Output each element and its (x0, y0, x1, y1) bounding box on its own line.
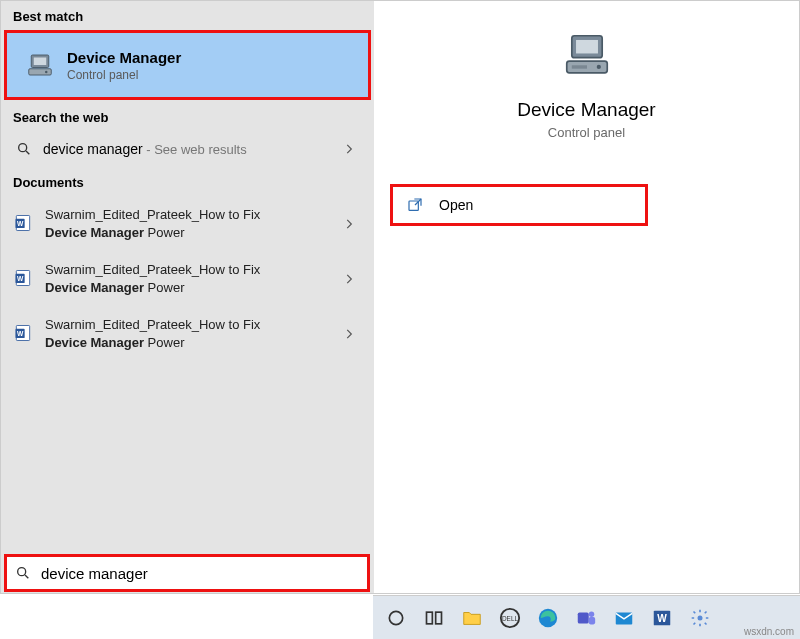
document-title: Swarnim_Edited_Prateek_How to FixDevice … (45, 316, 342, 351)
svg-point-3 (45, 71, 48, 74)
search-bar[interactable] (4, 554, 370, 592)
svg-rect-2 (29, 69, 52, 75)
word-doc-icon: W (13, 213, 35, 235)
detail-subtitle: Control panel (374, 125, 799, 140)
svg-rect-32 (589, 617, 595, 624)
documents-header: Documents (1, 167, 374, 196)
open-button[interactable]: Open (390, 184, 648, 226)
svg-rect-26 (436, 612, 442, 624)
taskbar: DELL W (373, 595, 800, 639)
file-explorer-icon[interactable] (459, 605, 485, 631)
svg-line-23 (25, 575, 28, 578)
document-title: Swarnim_Edited_Prateek_How to FixDevice … (45, 261, 342, 296)
svg-point-18 (596, 65, 600, 69)
svg-text:DELL: DELL (502, 614, 518, 621)
document-title: Swarnim_Edited_Prateek_How to FixDevice … (45, 206, 342, 241)
web-result[interactable]: device manager - See web results (1, 131, 374, 167)
task-view-icon[interactable] (421, 605, 447, 631)
web-result-text: device manager - See web results (43, 141, 342, 157)
search-icon (13, 141, 35, 157)
detail-title: Device Manager (374, 99, 799, 121)
svg-rect-25 (427, 612, 433, 624)
attribution: wsxdn.com (744, 626, 794, 637)
svg-line-5 (26, 151, 29, 154)
best-match-subtitle: Control panel (67, 68, 181, 82)
svg-rect-30 (578, 612, 589, 623)
cortana-icon[interactable] (383, 605, 409, 631)
svg-point-36 (698, 615, 703, 620)
chevron-right-icon (342, 217, 356, 231)
open-label: Open (439, 197, 473, 213)
search-web-header: Search the web (1, 102, 374, 131)
svg-rect-1 (34, 58, 47, 66)
chevron-right-icon (342, 327, 356, 341)
document-result[interactable]: W Swarnim_Edited_Prateek_How to FixDevic… (1, 196, 374, 251)
best-match-result[interactable]: Device Manager Control panel (4, 30, 371, 100)
svg-point-24 (389, 611, 402, 624)
mail-icon[interactable] (611, 605, 637, 631)
svg-text:W: W (17, 329, 24, 336)
word-icon[interactable]: W (649, 605, 675, 631)
best-match-header: Best match (1, 1, 374, 30)
dell-icon[interactable]: DELL (497, 605, 523, 631)
detail-app-icon (374, 29, 799, 83)
search-results-panel: Best match Device Manager Control panel … (1, 1, 374, 593)
search-icon (15, 565, 33, 581)
svg-point-22 (18, 568, 26, 576)
document-result[interactable]: W Swarnim_Edited_Prateek_How to FixDevic… (1, 306, 374, 361)
svg-point-31 (589, 611, 595, 617)
svg-rect-16 (576, 40, 598, 54)
chevron-right-icon (342, 272, 356, 286)
search-input[interactable] (41, 565, 359, 582)
open-icon (407, 197, 425, 213)
document-result[interactable]: W Swarnim_Edited_Prateek_How to FixDevic… (1, 251, 374, 306)
svg-text:W: W (657, 612, 667, 623)
svg-point-4 (19, 144, 27, 152)
word-doc-icon: W (13, 323, 35, 345)
chevron-right-icon (342, 142, 356, 156)
edge-icon[interactable] (535, 605, 561, 631)
svg-text:W: W (17, 219, 24, 226)
svg-text:W: W (17, 274, 24, 281)
detail-panel: Device Manager Control panel Open (374, 1, 799, 593)
teams-icon[interactable] (573, 605, 599, 631)
word-doc-icon: W (13, 268, 35, 290)
settings-icon[interactable] (687, 605, 713, 631)
best-match-title: Device Manager (67, 49, 181, 66)
device-manager-icon (25, 50, 55, 80)
svg-rect-19 (571, 65, 586, 68)
